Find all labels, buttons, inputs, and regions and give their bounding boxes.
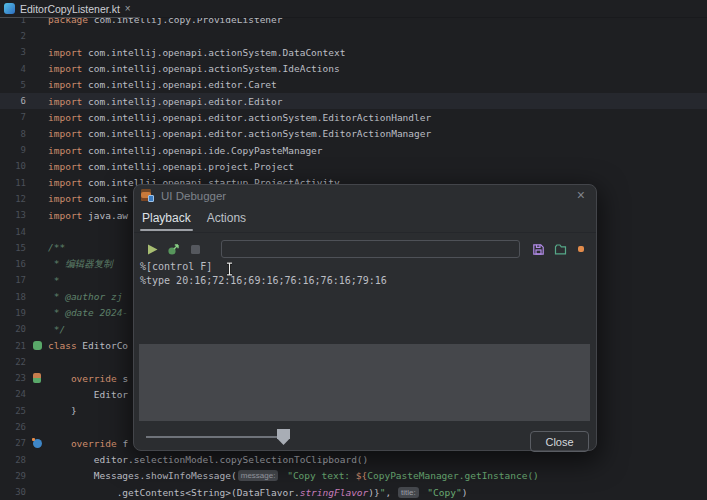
slider-track bbox=[146, 436, 278, 438]
code-segment: java.aw bbox=[82, 210, 128, 221]
code-segment: EditorCo bbox=[77, 340, 128, 351]
line-number: 9 bbox=[0, 145, 26, 155]
dialog-tab-playback[interactable]: Playback bbox=[142, 211, 191, 231]
play-icon[interactable] bbox=[146, 242, 159, 255]
kotlin-file-icon bbox=[4, 3, 15, 14]
code-text[interactable]: import com.intellij.openapi.project.Proj… bbox=[48, 161, 294, 172]
code-segment: "Copy" bbox=[422, 487, 462, 498]
dialog-title: UI Debugger bbox=[161, 190, 226, 202]
line-number: 3 bbox=[0, 47, 26, 57]
code-text[interactable]: } bbox=[48, 405, 77, 416]
line-number: 10 bbox=[0, 161, 26, 171]
code-segment: import bbox=[48, 193, 82, 204]
dialog-tabs: PlaybackActions bbox=[142, 211, 246, 231]
code-segment: * @author zj bbox=[48, 291, 122, 302]
line-number: 28 bbox=[0, 455, 26, 465]
implement-method-icon[interactable] bbox=[33, 439, 42, 448]
line-number: 16 bbox=[0, 259, 26, 269]
close-button[interactable]: Close bbox=[530, 431, 589, 452]
line-number: 26 bbox=[0, 422, 26, 432]
line-number: 2 bbox=[0, 31, 26, 41]
code-line[interactable]: 28 editor.selectionModel.copySelectionTo… bbox=[0, 452, 707, 468]
code-segment: /** bbox=[48, 242, 65, 253]
code-line[interactable]: 3import com.intellij.openapi.actionSyste… bbox=[0, 44, 707, 60]
dialog-title-bar: UI Debugger × bbox=[134, 185, 596, 207]
code-segment: com.intellij.openapi.editor.Caret bbox=[82, 79, 276, 90]
slider-thumb[interactable] bbox=[277, 429, 290, 445]
tab-close-icon[interactable]: × bbox=[125, 4, 131, 14]
code-text[interactable]: override s bbox=[48, 373, 128, 384]
code-line[interactable]: 7import com.intellij.openapi.editor.acti… bbox=[0, 109, 707, 125]
editor-tab-bar: EditorCopyListener.kt × bbox=[0, 0, 707, 18]
code-text[interactable]: import com.int bbox=[48, 193, 128, 204]
code-line[interactable]: 10import com.intellij.openapi.project.Pr… bbox=[0, 158, 707, 174]
line-number: 6 bbox=[0, 96, 26, 106]
code-text[interactable]: .getContents<String>(DataFlavor.stringFl… bbox=[48, 487, 467, 498]
parameter-hint: title: bbox=[398, 487, 419, 498]
file-tab[interactable]: EditorCopyListener.kt × bbox=[0, 0, 140, 18]
override-method-icon[interactable] bbox=[33, 373, 41, 383]
code-line[interactable]: 30 .getContents<String>(DataFlavor.strin… bbox=[0, 484, 707, 500]
code-segment: com.intellij.openapi.project.Project bbox=[82, 161, 294, 172]
code-segment: ) bbox=[462, 487, 468, 498]
code-segment: import bbox=[48, 63, 82, 74]
dialog-tab-actions[interactable]: Actions bbox=[207, 211, 246, 231]
code-text[interactable]: class EditorCo bbox=[48, 340, 128, 351]
code-text[interactable]: * bbox=[48, 275, 59, 286]
stop-icon[interactable] bbox=[189, 242, 202, 255]
code-text[interactable]: * 编辑器复制 bbox=[48, 258, 113, 271]
code-text[interactable]: */ bbox=[48, 324, 65, 335]
code-text[interactable]: import com.intellij.openapi.editor.actio… bbox=[48, 128, 431, 139]
class-icon[interactable] bbox=[33, 341, 42, 350]
code-text[interactable]: import com.intellij.openapi.editor.Caret bbox=[48, 79, 277, 90]
code-text[interactable]: import com.intellij.openapi.editor.Edito… bbox=[48, 96, 283, 107]
code-line[interactable]: 4import com.intellij.openapi.actionSyste… bbox=[0, 60, 707, 76]
code-line[interactable]: 5import com.intellij.openapi.editor.Care… bbox=[0, 77, 707, 93]
code-segment: * bbox=[48, 275, 59, 286]
code-segment: f bbox=[117, 438, 128, 449]
code-text[interactable]: override f bbox=[48, 438, 128, 449]
record-dot-icon[interactable] bbox=[578, 246, 584, 252]
script-line: %[control F] bbox=[140, 260, 387, 274]
code-segment: "Copy text: bbox=[281, 470, 355, 481]
macro-name-input[interactable] bbox=[221, 240, 520, 258]
code-segment: stringFlavor bbox=[300, 487, 369, 498]
code-line[interactable]: 6import com.intellij.openapi.editor.Edit… bbox=[0, 93, 707, 109]
code-text[interactable]: import com.intellij.openapi.ide.CopyPast… bbox=[48, 145, 323, 156]
code-line[interactable]: 2 bbox=[0, 28, 707, 44]
folder-icon[interactable] bbox=[554, 242, 567, 255]
line-number: 12 bbox=[0, 194, 26, 204]
code-segment: * @date 2024- bbox=[48, 307, 128, 318]
macro-script-area[interactable]: %[control F]%type 20:16;72:16;69:16;76:1… bbox=[140, 260, 387, 288]
dialog-close-icon[interactable]: × bbox=[577, 188, 585, 202]
code-text[interactable]: * @author zj bbox=[48, 291, 122, 302]
gutter bbox=[26, 373, 48, 383]
code-text[interactable]: import com.intellij.openapi.editor.actio… bbox=[48, 112, 431, 123]
speed-slider[interactable] bbox=[146, 428, 296, 446]
code-line[interactable]: 8import com.intellij.openapi.editor.acti… bbox=[0, 126, 707, 142]
code-text[interactable]: editor.selectionModel.copySelectionToCli… bbox=[48, 454, 368, 465]
code-segment: Messages.showInfoMessage( bbox=[48, 470, 237, 481]
code-text[interactable]: /** bbox=[48, 242, 65, 253]
code-text[interactable]: Messages.showInfoMessage(message: "Copy … bbox=[48, 470, 539, 481]
code-line[interactable]: 29 Messages.showInfoMessage(message: "Co… bbox=[0, 468, 707, 484]
line-number: 11 bbox=[0, 178, 26, 188]
code-text[interactable]: import java.aw bbox=[48, 210, 128, 221]
line-number: 25 bbox=[0, 406, 26, 416]
code-segment: * 编辑器复制 bbox=[48, 258, 113, 269]
run-target-icon[interactable] bbox=[167, 242, 180, 255]
code-segment: Editor bbox=[48, 389, 128, 400]
code-text[interactable]: * @date 2024- bbox=[48, 307, 128, 318]
line-number: 21 bbox=[0, 341, 26, 351]
code-segment: .getContents<String>(DataFlavor. bbox=[48, 487, 300, 498]
gutter bbox=[26, 341, 48, 350]
code-text[interactable]: Editor bbox=[48, 389, 128, 400]
code-line[interactable]: 9import com.intellij.openapi.ide.CopyPas… bbox=[0, 142, 707, 158]
code-segment: com.intellij.openapi.editor.Editor bbox=[82, 96, 282, 107]
code-text[interactable]: import com.intellij.openapi.actionSystem… bbox=[48, 47, 345, 58]
line-number: 8 bbox=[0, 129, 26, 139]
save-icon[interactable] bbox=[532, 242, 545, 255]
code-segment: override bbox=[71, 373, 117, 384]
code-segment: com.intellij.openapi.ide.CopyPasteManage… bbox=[82, 145, 322, 156]
code-text[interactable]: import com.intellij.openapi.actionSystem… bbox=[48, 63, 340, 74]
